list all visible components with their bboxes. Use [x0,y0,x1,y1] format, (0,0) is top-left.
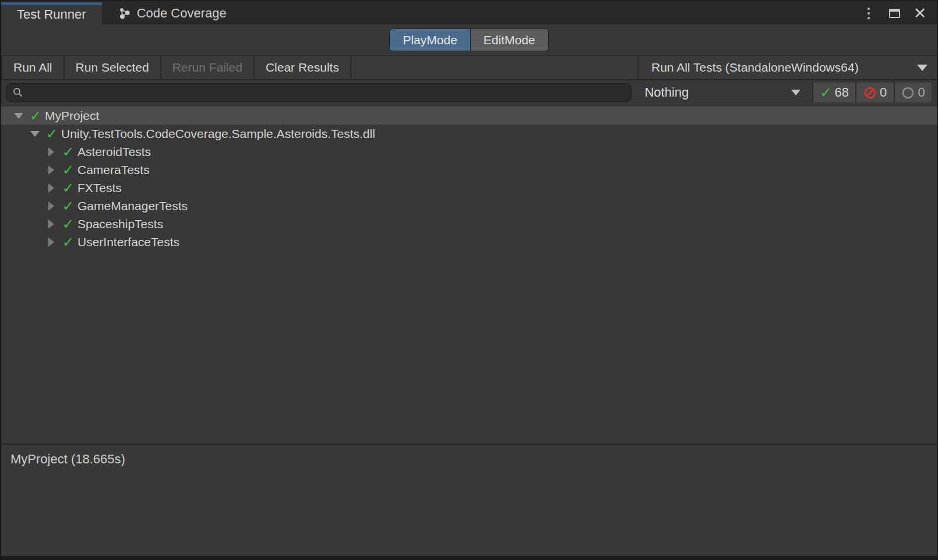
tree-row[interactable]: ✓Unity.TestTools.CodeCoverage.Sample.Ast… [1,125,937,143]
window-bottom-edge [1,556,937,560]
run-toolbar: Run All Run Selected Rerun Failed Clear … [1,55,937,80]
foldout-expanded-icon[interactable] [10,113,27,119]
kebab-menu-icon[interactable] [859,3,879,23]
tab-test-runner[interactable]: Test Runner [1,2,102,24]
test-passed-icon: ✓ [43,126,61,142]
tree-row[interactable]: ✓AsteroidTests [1,143,937,161]
tab-code-coverage[interactable]: Code Coverage [110,2,234,24]
foldout-collapsed-icon[interactable] [43,165,59,175]
tree-item-label: FXTests [77,181,122,195]
foldout-collapsed-icon[interactable] [43,147,59,157]
run-all-tests-platform-dropdown[interactable]: Run All Tests (StandaloneWindows64) [639,56,937,79]
circle-slash-icon [863,86,877,100]
test-passed-icon: ✓ [59,216,77,232]
rerun-failed-button: Rerun Failed [161,56,255,79]
window-controls: ✕ [859,2,937,24]
test-passed-icon: ✓ [27,108,44,124]
tree-row[interactable]: ✓MyProject [1,107,937,125]
clear-results-button[interactable]: Clear Results [255,56,351,79]
not-run-count-toggle[interactable]: 0 [894,83,932,102]
category-filter-dropdown[interactable]: Nothing [637,80,812,105]
chevron-down-icon [791,90,801,95]
search-icon [12,87,24,98]
circle-icon [901,86,915,100]
tree-row[interactable]: ✓UserInterfaceTests [1,233,937,251]
tree-row[interactable]: ✓FXTests [1,179,937,197]
test-runner-window: Test Runner Code Coverage [0,0,938,560]
failed-count-toggle[interactable]: 0 [855,83,894,102]
test-tree: ✓MyProject✓Unity.TestTools.CodeCoverage.… [1,105,937,444]
run-all-button[interactable]: Run All [1,56,65,79]
maximize-icon[interactable] [884,3,904,23]
test-passed-icon: ✓ [59,198,77,214]
failed-count: 0 [880,85,887,100]
test-passed-icon: ✓ [59,144,77,160]
passed-count: 68 [835,85,849,100]
result-counters: ✓ 68 0 0 [812,83,932,102]
tree-row[interactable]: ✓GameManagerTests [1,197,937,215]
playmode-button[interactable]: PlayMode [390,29,470,51]
filter-row: Nothing ✓ 68 0 [1,80,937,105]
tree-item-label: UserInterfaceTests [77,235,179,249]
tree-item-label: AsteroidTests [77,145,151,159]
close-icon[interactable]: ✕ [910,3,930,23]
tree-item-label: SpaceshipTests [77,217,163,231]
result-summary-panel[interactable]: MyProject (18.665s) [1,444,937,556]
platform-dropdown-label: Run All Tests (StandaloneWindows64) [651,61,905,75]
mode-toggle-row: PlayMode EditMode [1,24,937,55]
editmode-button[interactable]: EditMode [470,29,548,51]
result-summary-text: MyProject (18.665s) [10,452,125,466]
foldout-collapsed-icon[interactable] [43,183,59,193]
check-icon: ✓ [820,86,831,100]
tree-row[interactable]: ✓CameraTests [1,161,937,179]
foldout-expanded-icon[interactable] [27,131,43,137]
mode-segmented-control: PlayMode EditMode [389,29,548,51]
tab-code-coverage-label: Code Coverage [137,6,227,21]
tree-item-label: Unity.TestTools.CodeCoverage.Sample.Aste… [61,127,375,141]
not-run-count: 0 [918,85,925,100]
foldout-collapsed-icon[interactable] [43,201,59,211]
category-filter-value: Nothing [644,85,689,100]
test-passed-icon: ✓ [59,180,77,196]
test-passed-icon: ✓ [59,234,77,250]
search-box[interactable] [6,83,632,102]
foldout-collapsed-icon[interactable] [43,238,59,247]
tree-item-label: GameManagerTests [77,199,188,213]
run-selected-button[interactable]: Run Selected [65,56,161,79]
foldout-collapsed-icon[interactable] [43,219,59,229]
code-coverage-icon [117,6,131,20]
passed-count-toggle[interactable]: ✓ 68 [812,83,855,102]
tab-bar: Test Runner Code Coverage [1,0,937,24]
chevron-down-icon [917,65,928,71]
tab-test-runner-label: Test Runner [17,7,86,22]
tree-item-label: MyProject [45,109,99,123]
tree-row[interactable]: ✓SpaceshipTests [1,215,937,233]
search-input[interactable] [29,86,625,100]
test-passed-icon: ✓ [59,162,77,178]
tree-item-label: CameraTests [77,163,150,177]
toolbar-spacer [351,56,639,79]
